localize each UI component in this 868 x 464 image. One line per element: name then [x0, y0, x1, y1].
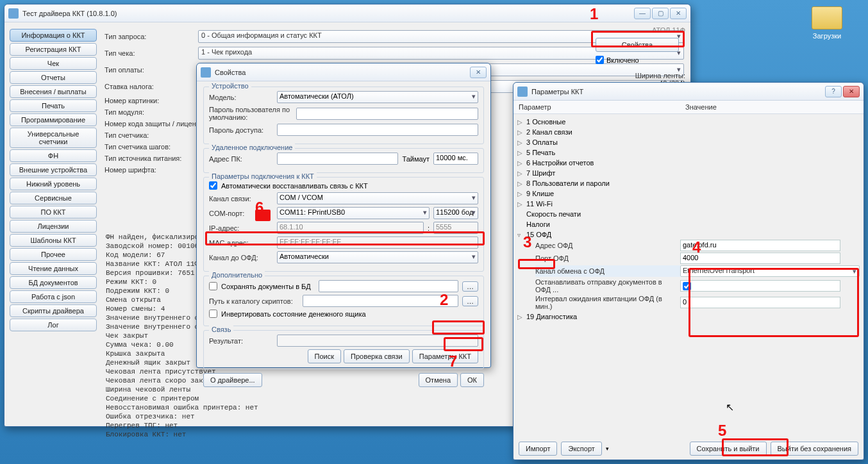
tree-node[interactable]: Скорость печати [517, 209, 860, 219]
marker-6-badge [255, 210, 271, 221]
sidebar-item-licenses[interactable]: Лицензии [10, 220, 97, 233]
props-button[interactable]: Свойства [596, 38, 679, 52]
cursor-icon: ↖ [726, 401, 734, 413]
sidebar-item-other[interactable]: Прочее [10, 248, 97, 261]
input-timeout[interactable]: 10000 мс. [433, 153, 478, 165]
tree-node[interactable]: Налоги [517, 219, 860, 229]
sidebar-item-reports[interactable]: Отчеты [10, 71, 97, 84]
lbl-fontnum: Номер шрифта: [104, 166, 194, 174]
main-title: Тест драйвера ККТ (10.8.1.0) [22, 10, 634, 17]
input-ofd-port[interactable]: 4000 [680, 253, 840, 264]
lbl-modtype: Тип модуля: [104, 108, 194, 116]
sidebar-item-log[interactable]: Лог [10, 319, 97, 331]
enabled-checkbox[interactable]: Включено [596, 56, 685, 64]
input-ofd-addr[interactable]: gate.ofd.ru [680, 240, 840, 251]
sidebar-item-readdata[interactable]: Чтение данных [10, 262, 97, 275]
tape-width-label: Ширина ленты: [596, 72, 685, 79]
app-icon [8, 8, 19, 19]
grp-conn: Параметры подключения к ККТ Автоматическ… [203, 177, 484, 272]
minimize-button[interactable]: — [634, 8, 651, 19]
export-button[interactable]: Экспорт [561, 442, 601, 456]
tree-node[interactable]: ▷11 Wi-Fi [517, 199, 860, 209]
input-ofd-wait[interactable]: 0 [680, 297, 840, 308]
chk-ofd-stop[interactable] [680, 280, 840, 292]
folder-icon [812, 6, 842, 29]
select-model[interactable]: Автоматически (АТОЛ) [277, 91, 478, 103]
props-title: Свойства [215, 69, 470, 76]
lbl-chktype: Тип чека: [104, 49, 194, 57]
import-button[interactable]: Импорт [519, 442, 557, 456]
input-scriptpath[interactable] [303, 295, 458, 307]
tree-node[interactable]: ▷9 Клише [517, 188, 860, 199]
select-comport[interactable]: COM11: FPrintUSB0 [277, 207, 430, 219]
sidebar-item-fw[interactable]: ПО ККТ [10, 206, 97, 219]
about-button[interactable]: О драйвере... [203, 373, 262, 387]
browse-db-button[interactable]: … [462, 281, 478, 292]
select-chan[interactable]: COM / VCOM [277, 192, 478, 204]
tree-node[interactable]: ▷6 Настройки отчетов [517, 158, 860, 168]
tree-node-ofd[interactable]: ▿15 ОФД [517, 229, 860, 240]
save-exit-button[interactable]: Сохранить и выйти [690, 442, 767, 456]
tree-node[interactable]: ▷19 Диагностика [517, 311, 860, 322]
tree-node[interactable]: ▷3 Оплаты [517, 137, 860, 147]
close-button[interactable]: ✕ [470, 67, 487, 78]
chk-invert[interactable] [209, 310, 217, 318]
result-output [277, 335, 478, 347]
chk-autorestore[interactable] [209, 181, 217, 190]
ok-button[interactable]: ОК [460, 373, 484, 387]
input-defpass[interactable] [296, 108, 478, 120]
params-footer: Импорт Экспорт▾ Сохранить и выйти Выйти … [519, 442, 858, 456]
help-button[interactable]: ? [825, 86, 842, 97]
marker-5: 5 [718, 422, 726, 440]
grp-link: Связь Результат: Поиск Проверка связи Па… [203, 330, 484, 369]
params-button[interactable]: Параметры ККТ [412, 349, 478, 363]
sidebar-item-fn[interactable]: ФН [10, 149, 97, 162]
params-header: Параметр Значение [513, 101, 864, 114]
tree-node[interactable]: ▷5 Печать [517, 147, 860, 158]
find-button[interactable]: Поиск [308, 349, 341, 363]
input-mac[interactable]: FF:FF:FF:FF:FF:FF [277, 236, 478, 249]
tree-node[interactable]: ▷7 Шрифт [517, 168, 860, 178]
browse-script-button[interactable]: … [462, 296, 478, 306]
sidebar-item-templates[interactable]: Шаблоны ККТ [10, 234, 97, 247]
app-icon [517, 87, 528, 97]
maximize-button[interactable]: ▢ [652, 8, 669, 19]
exit-button[interactable]: Выйти без сохранения [771, 442, 859, 456]
input-pcaddr[interactable] [277, 153, 398, 165]
marker-7: 7 [449, 352, 457, 370]
chk-savedocs[interactable] [209, 282, 217, 290]
sidebar-item-service[interactable]: Сервисные [10, 192, 97, 204]
tree-node[interactable]: ▷1 Основные [517, 117, 860, 127]
lbl-paytype: Тип оплаты: [104, 66, 194, 74]
select-chanofd[interactable]: Автоматически [277, 251, 478, 263]
sidebar-item-json[interactable]: Работа с json [10, 290, 97, 303]
select-baud[interactable]: 115200 бод [433, 207, 478, 219]
sidebar-item-payments[interactable]: Внесения / выплаты [10, 85, 97, 98]
sidebar-item-reg[interactable]: Регистрация ККТ [10, 43, 97, 56]
select-ofd-chan[interactable]: EthernetOverTransport [680, 265, 860, 277]
close-button[interactable]: ✕ [843, 86, 860, 97]
sidebar-item-counters[interactable]: Универсальные счетчики [10, 128, 97, 148]
sidebar-item-db[interactable]: БД документов [10, 276, 97, 289]
props-titlebar[interactable]: Свойства ✕ [197, 63, 490, 81]
check-button[interactable]: Проверка связи [344, 349, 410, 363]
input-ip[interactable]: 68.1.10 [277, 222, 424, 234]
input-ipport[interactable]: 5555 [433, 222, 478, 234]
params-titlebar[interactable]: Параметры ККТ ?✕ [513, 83, 864, 101]
sidebar-item-check[interactable]: Чек [10, 57, 97, 70]
sidebar-item-print[interactable]: Печать [10, 99, 97, 112]
input-dbpath[interactable] [319, 280, 458, 292]
tree-node[interactable]: ▷2 Канал связи [517, 127, 860, 137]
sidebar-item-ext[interactable]: Внешние устройства [10, 163, 97, 176]
cancel-button[interactable]: Отмена [419, 373, 458, 387]
input-accpass[interactable] [277, 124, 478, 136]
sidebar-item-scripts[interactable]: Скрипты драйвера [10, 304, 97, 317]
close-button[interactable]: ✕ [670, 8, 687, 19]
desktop-shortcut-downloads[interactable]: Загрузки [812, 6, 842, 40]
tree-node[interactable]: ▷8 Пользователи и пароли [517, 178, 860, 188]
sidebar-item-lowlevel[interactable]: Нижний уровень [10, 178, 97, 190]
sidebar-item-info[interactable]: Информация о ККТ [10, 29, 97, 42]
sidebar: Информация о ККТ Регистрация ККТ Чек Отч… [8, 26, 98, 440]
sidebar-item-programming[interactable]: Программирование [10, 113, 97, 126]
main-titlebar[interactable]: Тест драйвера ККТ (10.8.1.0) — ▢ ✕ [4, 4, 690, 22]
